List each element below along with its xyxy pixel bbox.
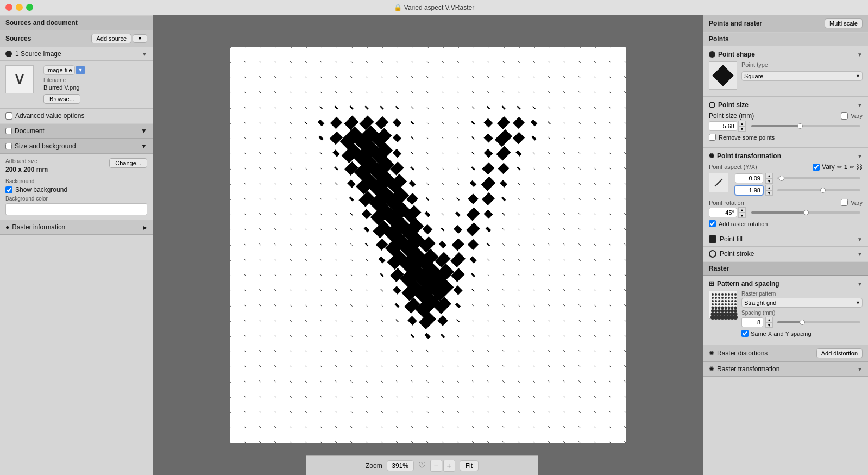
rotation-input[interactable]	[709, 208, 737, 217]
source-type-select[interactable]: Image file	[43, 65, 75, 75]
vary-rotation-checkbox[interactable]	[841, 199, 848, 206]
raster-pattern-select-wrapper: Straight grid ▼	[741, 298, 863, 308]
browse-button[interactable]: Browse...	[43, 94, 80, 104]
vary-checkbox-row: Vary	[841, 112, 863, 120]
size-and-background-title: Size and background	[15, 142, 76, 150]
aspect-preview	[709, 173, 728, 192]
svg-point-21	[718, 293, 720, 296]
aspect1-slider-thumb[interactable]	[779, 176, 784, 181]
heart-button[interactable]: ♡	[418, 460, 426, 471]
point-size-down-button[interactable]: ▼	[738, 126, 746, 132]
remove-points-checkbox[interactable]	[709, 134, 716, 141]
background-color-input[interactable]	[5, 203, 147, 215]
spacing-down-button[interactable]: ▼	[765, 322, 773, 328]
raster-section-header: Raster	[703, 261, 868, 276]
right-panel-title: Points and raster	[709, 20, 762, 27]
add-distortion-button[interactable]: Add distortion	[816, 348, 863, 358]
link-icon: ⛓	[857, 164, 863, 170]
fit-button[interactable]: Fit	[460, 460, 479, 471]
raster-info-expand-icon: ▶	[143, 224, 147, 230]
multi-scale-button[interactable]: Multi scale	[825, 18, 863, 28]
aspect1-up-button[interactable]: ▲	[765, 173, 773, 178]
raster-pattern-select[interactable]: Straight grid	[741, 298, 863, 308]
point-size-input[interactable]	[709, 121, 737, 131]
add-raster-rotation-checkbox[interactable]	[709, 220, 716, 227]
filename-value: Blurred V.png	[43, 84, 85, 91]
point-size-up-button[interactable]: ▲	[738, 121, 746, 126]
point-type-select[interactable]: Square	[741, 71, 863, 81]
maximize-button[interactable]	[26, 4, 33, 11]
zoom-input[interactable]: 391%	[387, 460, 414, 471]
aspect2-slider[interactable]	[777, 189, 860, 191]
add-source-dropdown[interactable]: ▼	[133, 34, 147, 43]
add-source-button[interactable]: Add source	[91, 34, 131, 43]
document-checkbox[interactable]	[5, 128, 12, 134]
raster-pattern-preview	[709, 291, 737, 319]
advanced-options-checkbox[interactable]	[5, 112, 12, 120]
svg-point-34	[734, 297, 737, 299]
pencil2-icon: ✏	[850, 164, 854, 171]
svg-point-28	[715, 297, 717, 299]
close-button[interactable]	[5, 4, 12, 11]
same-xy-checkbox[interactable]	[741, 330, 749, 337]
raster-transformation-collapse-button[interactable]: ▼	[857, 366, 863, 372]
point-transformation-collapse-button[interactable]: ▼	[857, 153, 863, 159]
size-bg-checkbox[interactable]	[5, 143, 12, 149]
point-stroke-left: Point stroke	[709, 250, 754, 258]
rotation-slider-thumb[interactable]	[803, 210, 809, 215]
svg-point-35	[712, 300, 714, 302]
aspect2-down-button[interactable]: ▼	[765, 190, 773, 196]
advanced-options-row[interactable]: Advanced value options	[0, 109, 153, 123]
right-panel: Points and raster Multi scale Points Poi…	[703, 15, 868, 475]
change-button[interactable]: Change...	[109, 158, 147, 168]
zoom-in-button[interactable]: +	[443, 460, 455, 472]
right-panel-header: Points and raster Multi scale	[703, 15, 868, 32]
minimize-button[interactable]	[16, 4, 23, 11]
point-fill-collapse-button[interactable]: ▼	[857, 236, 863, 242]
point-stroke-collapse-button[interactable]: ▼	[857, 251, 863, 257]
add-raster-rotation-label: Add raster rotation	[719, 221, 768, 227]
spacing-slider[interactable]	[777, 321, 860, 323]
raster-info-header: ● Raster information ▶	[0, 220, 153, 235]
background-color-label: Background color	[5, 196, 147, 202]
svg-point-47	[725, 303, 727, 305]
aspect-value2-input[interactable]	[735, 185, 763, 195]
svg-point-41	[731, 300, 733, 302]
show-background-label: Show background	[15, 186, 67, 193]
source-fields: Image file ▼ Filename Blurred V.png Brow…	[43, 65, 85, 104]
source-item[interactable]: 1 Source Image ▼	[0, 47, 153, 61]
show-background-checkbox[interactable]	[5, 186, 12, 193]
pattern-spacing-section: ⊞ Pattern and spacing ▼	[703, 276, 868, 345]
pattern-spacing-collapse-button[interactable]: ▼	[857, 281, 863, 287]
point-size-slider[interactable]	[751, 125, 860, 127]
vary-size-checkbox[interactable]	[841, 112, 848, 120]
spacing-up-button[interactable]: ▲	[765, 317, 773, 322]
rotation-slider-row: ▲ ▼	[709, 207, 863, 218]
aspect2-slider-thumb[interactable]	[820, 188, 826, 193]
rotation-down-button[interactable]: ▼	[738, 212, 746, 218]
svg-point-37	[718, 300, 720, 302]
spacing-input[interactable]	[741, 317, 763, 327]
svg-point-58	[734, 307, 737, 309]
aspect2-up-button[interactable]: ▲	[765, 185, 773, 190]
point-size-slider-thumb[interactable]	[797, 123, 803, 129]
aspect1-down-button[interactable]: ▼	[765, 178, 773, 184]
svg-point-19	[712, 293, 714, 296]
svg-point-66	[734, 309, 737, 312]
sources-section-header: Sources Add source ▼	[0, 30, 153, 47]
point-size-collapse-button[interactable]: ▼	[857, 102, 863, 108]
aspect-value1-input[interactable]	[735, 173, 763, 183]
point-shape-collapse-button[interactable]: ▼	[857, 52, 863, 58]
rotation-up-button[interactable]: ▲	[738, 207, 746, 212]
point-transformation-title-row: ✺ Point transformation	[709, 152, 781, 160]
zoom-out-button[interactable]: −	[430, 460, 442, 472]
source-item-left: 1 Source Image	[5, 50, 61, 58]
aspect-stepper-2: ▲ ▼	[765, 185, 773, 196]
spacing-slider-thumb[interactable]	[800, 320, 805, 325]
point-shape-circle-icon	[709, 51, 715, 58]
vary-aspect-checkbox[interactable]	[813, 164, 820, 171]
point-shape-subsection: Point shape ▼ Point type Square	[703, 46, 868, 97]
left-panel: Sources and document Sources Add source …	[0, 15, 153, 475]
aspect1-slider[interactable]	[777, 177, 860, 179]
rotation-slider[interactable]	[751, 211, 860, 214]
